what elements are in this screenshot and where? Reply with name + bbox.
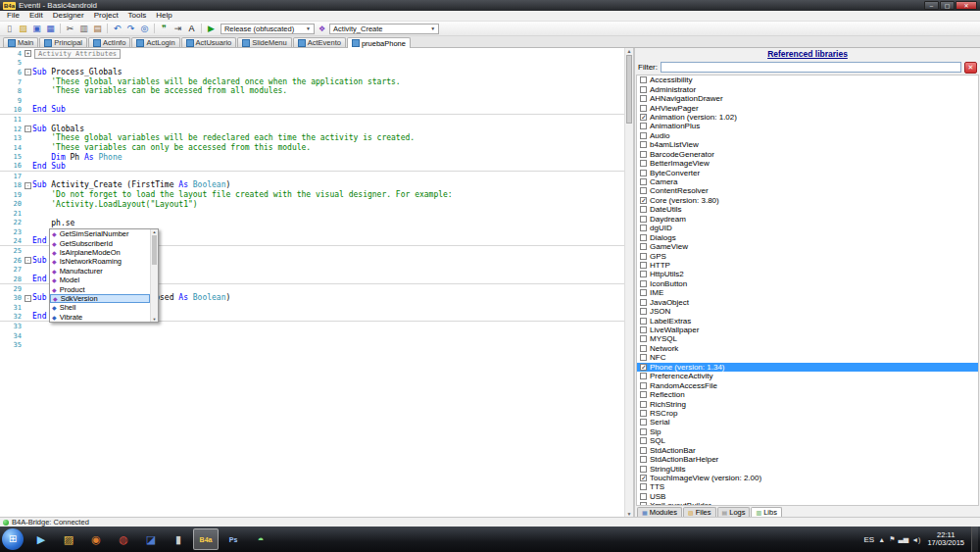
library-item[interactable]: BetterImageView xyxy=(637,159,978,168)
library-item[interactable]: ContentResolver xyxy=(637,186,978,195)
library-item[interactable]: Audio xyxy=(637,131,978,140)
library-item[interactable]: AHNavigationDrawer xyxy=(637,94,978,103)
new-file-icon[interactable]: ▯ xyxy=(3,23,16,34)
library-checkbox[interactable] xyxy=(640,187,647,194)
library-checkbox[interactable] xyxy=(640,335,647,342)
library-checkbox[interactable] xyxy=(640,437,647,444)
library-item[interactable]: DateUtils xyxy=(637,205,978,214)
library-item[interactable]: AnimationPlus xyxy=(637,122,978,130)
media-player-icon[interactable]: ▶ xyxy=(28,528,54,550)
library-item[interactable]: StdActionBarHelper xyxy=(637,455,978,464)
run-button[interactable]: ▶ xyxy=(208,24,215,33)
library-item[interactable]: ✓Core (version: 3.80) xyxy=(637,196,978,205)
photoshop-icon[interactable]: Ps xyxy=(220,528,246,550)
library-item[interactable]: StdActionBar xyxy=(637,446,978,455)
library-checkbox[interactable] xyxy=(640,345,647,352)
tab-slidemenu[interactable]: SlideMenu xyxy=(237,37,291,47)
library-item[interactable]: IME xyxy=(637,288,978,297)
panel-tab-modules[interactable]: ▦Modules xyxy=(637,507,682,517)
tab-pruebaphone[interactable]: pruebaPhone xyxy=(347,37,411,48)
volume-icon[interactable]: ◄) xyxy=(911,536,920,543)
library-checkbox[interactable] xyxy=(640,105,647,112)
library-item[interactable]: LiveWallpaper xyxy=(637,326,978,334)
tab-actevento[interactable]: ActEvento xyxy=(293,37,346,47)
library-checkbox[interactable] xyxy=(640,299,647,306)
menu-file[interactable]: File xyxy=(2,11,24,21)
library-item[interactable]: JavaObject xyxy=(637,298,978,307)
library-item[interactable]: ✓Phone (version: 1.34) xyxy=(637,363,978,372)
library-item[interactable]: Administrator xyxy=(637,84,978,93)
autocomplete-item[interactable]: ◆Vibrate xyxy=(50,313,150,322)
ide-icon[interactable]: ◪ xyxy=(138,528,164,550)
autocomplete-item[interactable]: ◆SdkVersion xyxy=(50,294,150,303)
terminal-icon[interactable]: ▮ xyxy=(166,528,191,550)
autocomplete-item[interactable]: ◆GetSubscriberId xyxy=(50,238,150,247)
library-item[interactable]: dgUID xyxy=(637,224,978,232)
minimize-button[interactable]: – xyxy=(924,1,939,10)
library-checkbox[interactable] xyxy=(640,132,647,139)
library-checkbox[interactable] xyxy=(640,456,647,463)
library-checkbox[interactable] xyxy=(640,318,647,325)
library-checkbox[interactable] xyxy=(640,225,647,231)
tab-principal[interactable]: Principal xyxy=(39,37,87,47)
build-configuration-combo[interactable]: Release (obfuscated) ▼ xyxy=(220,24,315,34)
library-item[interactable]: Reflection xyxy=(637,390,978,399)
collapse-icon[interactable]: - xyxy=(24,182,31,189)
autocomplete-scrollbar[interactable]: ▲ ▼ xyxy=(150,229,158,322)
menu-designer[interactable]: Designer xyxy=(48,11,89,21)
library-checkbox[interactable] xyxy=(640,243,647,250)
autocomplete-item[interactable]: ◆IsNetworkRoaming xyxy=(50,257,150,266)
undo-icon[interactable]: ↶ xyxy=(111,23,123,34)
scroll-up-icon[interactable]: ▲ xyxy=(153,229,157,234)
collapse-icon[interactable]: - xyxy=(24,125,31,132)
library-checkbox[interactable] xyxy=(640,280,647,287)
library-checkbox[interactable]: ✓ xyxy=(640,475,647,481)
collapse-icon[interactable]: - xyxy=(24,295,31,302)
library-checkbox[interactable]: ✓ xyxy=(640,197,647,204)
tab-actusuario[interactable]: ActUsuario xyxy=(181,37,237,47)
menu-tools[interactable]: Tools xyxy=(123,11,152,21)
library-item[interactable]: PreferenceActivity xyxy=(637,372,978,380)
library-checkbox[interactable] xyxy=(640,216,647,223)
start-button[interactable]: ⊞ xyxy=(2,528,24,550)
library-checkbox[interactable] xyxy=(640,160,647,167)
library-checkbox[interactable] xyxy=(640,391,647,398)
library-item[interactable]: LabelExtras xyxy=(637,316,978,325)
comment-icon[interactable]: ❞ xyxy=(158,23,171,34)
library-checkbox[interactable] xyxy=(640,493,647,500)
tab-actlogin[interactable]: ActLogin xyxy=(131,37,179,47)
library-item[interactable]: SQL xyxy=(637,436,978,445)
editor-scrollbar[interactable]: ▲ ▼ xyxy=(624,48,633,517)
library-item[interactable]: ✓TouchImageView (version: 2.00) xyxy=(637,474,978,482)
save-all-icon[interactable]: ▦ xyxy=(44,23,57,34)
library-checkbox[interactable] xyxy=(640,95,647,102)
library-item[interactable]: Daydream xyxy=(637,215,978,224)
library-checkbox[interactable] xyxy=(640,271,647,277)
maximize-button[interactable]: ▢ xyxy=(940,1,955,10)
action-center-icon[interactable]: ⚑ xyxy=(889,535,895,543)
library-checkbox[interactable] xyxy=(640,354,647,361)
paste-icon[interactable]: ▤ xyxy=(91,23,104,34)
menu-project[interactable]: Project xyxy=(89,11,123,21)
library-item[interactable]: b4amListView xyxy=(637,140,978,149)
scroll-down-icon[interactable]: ▼ xyxy=(153,317,157,322)
library-checkbox[interactable] xyxy=(640,289,647,296)
emulator-icon[interactable]: ◓ xyxy=(248,528,273,550)
panel-tab-files[interactable]: ▨Files xyxy=(683,507,716,517)
library-item[interactable]: GPS xyxy=(637,251,978,260)
find-icon[interactable]: ◎ xyxy=(138,23,151,34)
collapse-icon[interactable]: - xyxy=(24,69,31,75)
hidden-icons-arrow[interactable]: ▲ xyxy=(878,536,885,543)
library-item[interactable]: AHViewPager xyxy=(637,103,978,112)
autocomplete-item[interactable]: ◆Manufacturer xyxy=(50,267,150,276)
clear-filter-button[interactable]: ✕ xyxy=(964,62,977,74)
library-item[interactable]: Camera xyxy=(637,177,978,186)
code-editor[interactable]: 4+Activity Attributes56-Sub Process_Glob… xyxy=(0,48,635,517)
clock[interactable]: 22:11 17/03/2015 xyxy=(924,531,967,548)
library-checkbox[interactable] xyxy=(640,373,647,379)
library-item[interactable]: RSCrop xyxy=(637,409,978,418)
library-checkbox[interactable] xyxy=(640,151,647,158)
close-button[interactable]: ✕ xyxy=(956,1,977,10)
library-item[interactable]: RandomAccessFile xyxy=(637,380,978,389)
library-item[interactable]: StringUtils xyxy=(637,464,978,473)
